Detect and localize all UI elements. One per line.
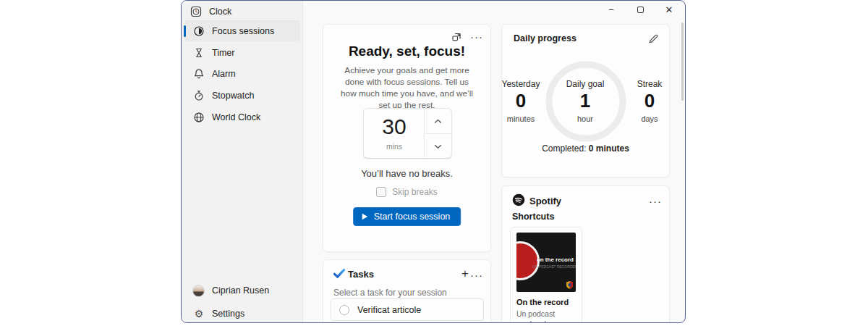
focus-session-card: ··· Ready, set, focus! Achieve your goal… bbox=[323, 24, 491, 252]
tasks-ellipsis-icon[interactable]: ··· bbox=[470, 272, 483, 279]
stepper-buttons bbox=[424, 109, 451, 158]
ellipsis-icon[interactable]: ··· bbox=[470, 33, 483, 41]
minimize-button[interactable]: − bbox=[597, 1, 626, 18]
clock-app-icon bbox=[190, 6, 202, 17]
breaks-note: You’ll have no breaks. bbox=[323, 168, 490, 179]
sidebar-header-label: Clock bbox=[209, 7, 231, 17]
start-focus-session-button[interactable]: Start focus session bbox=[353, 207, 461, 226]
titlebar-controls: − ✕ bbox=[597, 1, 684, 20]
spotify-card: Spotify ··· Shortcuts on the record UN P… bbox=[501, 185, 670, 323]
start-button-label: Start focus session bbox=[374, 212, 451, 222]
user-name: Ciprian Rusen bbox=[212, 285, 269, 296]
spotify-ellipsis-icon[interactable]: ··· bbox=[649, 198, 662, 205]
stat-value: 1 bbox=[556, 90, 614, 112]
duration-value[interactable]: 30 bbox=[364, 114, 425, 139]
sidebar-item-label: Timer bbox=[212, 48, 234, 58]
skip-breaks-checkbox[interactable] bbox=[376, 187, 386, 197]
stat-unit: minutes bbox=[492, 114, 550, 123]
podcast-description: Un podcast produs de Recorder și... bbox=[516, 309, 579, 323]
podcast-cover-art: on the record UN PODCAST RECORDER bbox=[516, 233, 576, 292]
sidebar-header: Clock bbox=[182, 3, 302, 20]
tasks-subtitle: Select a task for your session bbox=[333, 288, 447, 298]
close-button[interactable]: ✕ bbox=[655, 1, 684, 18]
world-clock-icon bbox=[193, 112, 205, 123]
sidebar-item-world-clock[interactable]: World Clock bbox=[184, 107, 300, 128]
focus-sessions-icon bbox=[193, 25, 205, 37]
podcast-shortcut-tile[interactable]: on the record UN PODCAST RECORDER On the… bbox=[510, 227, 582, 323]
sidebar-item-label: Focus sessions bbox=[212, 26, 274, 36]
daily-progress-title: Daily progress bbox=[514, 33, 576, 43]
sidebar-item-stopwatch[interactable]: Stopwatch bbox=[184, 85, 300, 106]
skip-breaks-label: Skip breaks bbox=[392, 187, 438, 197]
settings-label: Settings bbox=[212, 309, 244, 319]
sidebar-item-label: World Clock bbox=[212, 112, 260, 122]
alarm-icon bbox=[193, 68, 205, 80]
tasks-header: Tasks + ··· bbox=[323, 266, 490, 283]
focus-card-actions: ··· bbox=[451, 32, 483, 42]
maximize-button[interactable] bbox=[626, 1, 655, 18]
stat-yesterday: Yesterday 0 minutes bbox=[492, 79, 550, 124]
chevron-up-icon bbox=[434, 119, 442, 124]
stat-daily-goal: Daily goal 1 hour bbox=[556, 79, 614, 124]
stopwatch-icon bbox=[193, 90, 205, 101]
focus-description: Achieve your goals and get more done wit… bbox=[336, 64, 477, 111]
recorder-shield-icon bbox=[566, 281, 573, 289]
play-icon bbox=[361, 213, 368, 220]
tasks-card: Tasks + ··· Select a task for your sessi… bbox=[323, 259, 491, 323]
task-radio[interactable] bbox=[339, 305, 349, 315]
decrement-button[interactable] bbox=[425, 133, 451, 159]
user-avatar bbox=[192, 285, 205, 297]
duration-stepper[interactable]: 30 mins bbox=[363, 108, 452, 159]
sidebar: Clock Focus sessions Timer Alarm bbox=[182, 1, 303, 322]
scrollbar-thumb[interactable] bbox=[681, 22, 684, 101]
stat-label: Yesterday bbox=[492, 79, 550, 89]
stat-label: Daily goal bbox=[556, 79, 614, 89]
sidebar-item-alarm[interactable]: Alarm bbox=[184, 64, 300, 84]
increment-button[interactable] bbox=[425, 109, 451, 133]
completed-prefix: Completed: bbox=[542, 143, 589, 154]
cover-title: on the record bbox=[532, 256, 574, 263]
chevron-down-icon bbox=[434, 144, 442, 149]
timer-icon bbox=[193, 47, 205, 59]
sidebar-user[interactable]: Ciprian Rusen bbox=[184, 280, 300, 301]
stat-value: 0 bbox=[492, 90, 550, 112]
minimize-icon: − bbox=[608, 4, 614, 15]
stat-unit: days bbox=[621, 114, 678, 123]
stat-value: 0 bbox=[621, 90, 678, 112]
task-label: Verificat articole bbox=[357, 305, 421, 315]
focus-title: Ready, set, focus! bbox=[323, 43, 490, 59]
spotify-icon bbox=[512, 193, 525, 206]
clock-app-window: − ✕ Clock Focus sessions T bbox=[181, 0, 686, 323]
edit-pencil-icon[interactable] bbox=[648, 33, 659, 44]
gear-icon: ⚙ bbox=[193, 308, 205, 319]
cover-subtitle: UN PODCAST RECORDER bbox=[532, 265, 574, 269]
todo-check-icon bbox=[333, 267, 345, 279]
shortcuts-heading: Shortcuts bbox=[512, 212, 554, 222]
close-icon: ✕ bbox=[665, 4, 673, 15]
sidebar-item-timer[interactable]: Timer bbox=[184, 43, 300, 63]
sidebar-item-settings[interactable]: ⚙ Settings bbox=[184, 304, 300, 323]
sidebar-item-label: Alarm bbox=[212, 69, 236, 79]
compact-mode-icon[interactable] bbox=[451, 32, 461, 42]
completed-line: Completed: 0 minutes bbox=[502, 143, 669, 154]
podcast-name: On the record bbox=[516, 298, 569, 306]
daily-progress-card: Daily progress Yesterday 0 minutes Daily… bbox=[501, 24, 670, 177]
stat-streak: Streak 0 days bbox=[621, 79, 678, 124]
duration-unit: mins bbox=[364, 142, 425, 151]
completed-value: 0 minutes bbox=[589, 143, 629, 154]
selected-indicator bbox=[184, 25, 186, 37]
stat-label: Streak bbox=[621, 79, 678, 89]
add-task-icon[interactable]: + bbox=[461, 267, 469, 281]
sidebar-item-focus-sessions[interactable]: Focus sessions bbox=[184, 21, 300, 41]
skip-breaks-row[interactable]: Skip breaks bbox=[323, 187, 490, 197]
task-item[interactable]: Verificat articole bbox=[331, 298, 484, 321]
sidebar-item-label: Stopwatch bbox=[212, 91, 254, 101]
tasks-title: Tasks bbox=[348, 269, 374, 280]
maximize-icon bbox=[637, 7, 644, 13]
spotify-title: Spotify bbox=[529, 196, 561, 206]
stat-unit: hour bbox=[556, 114, 614, 123]
